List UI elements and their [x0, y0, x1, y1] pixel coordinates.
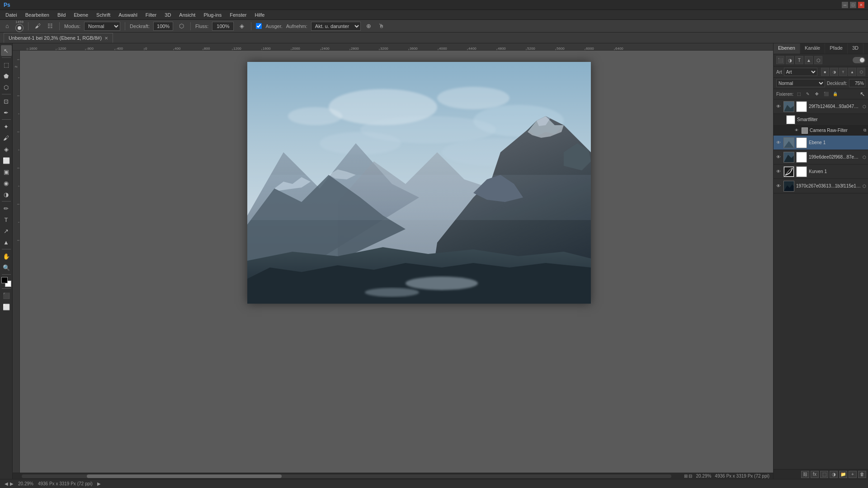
brush-icon[interactable]: 🖌	[33, 22, 42, 31]
menu-hilfe[interactable]: Hilfe	[251, 11, 268, 19]
filter-smart-icon[interactable]: ⬡	[814, 56, 822, 64]
sample-icon[interactable]: ⊕	[364, 22, 373, 31]
tool-eyedropper[interactable]: ✒	[1, 107, 12, 118]
layer-fx-btn[interactable]: fx	[811, 471, 819, 478]
menu-auswahl[interactable]: Auswahl	[115, 11, 141, 19]
tool-path[interactable]: ↗	[1, 225, 12, 236]
deckraft-input[interactable]	[153, 22, 173, 31]
menu-filter[interactable]: Filter	[142, 11, 160, 19]
tool-clone[interactable]: ◈	[1, 144, 12, 155]
layer-item-kurven[interactable]: 👁 Kurven 1	[774, 164, 868, 179]
layer-adj-btn[interactable]: ◑	[830, 471, 838, 478]
layer-eye-1[interactable]: 👁	[775, 103, 782, 110]
menu-plugins[interactable]: Plug-ins	[200, 11, 225, 19]
kind-adjust[interactable]: ◑	[830, 68, 838, 76]
preset-icon[interactable]: ☷	[46, 22, 55, 31]
kind-vector[interactable]: ▲	[848, 68, 856, 76]
tool-zoom[interactable]: 🔍	[1, 262, 12, 273]
layer-item-smartfilter[interactable]: Smartfilter	[774, 114, 868, 126]
status-nav-prev[interactable]: ◀	[5, 481, 8, 486]
tool-lasso[interactable]: ⬟	[1, 70, 12, 81]
kind-smart[interactable]: ⬡	[857, 68, 865, 76]
tool-gradient[interactable]: ▣	[1, 166, 12, 177]
blend-mode-select[interactable]: Normal	[776, 79, 825, 87]
opacity-icon[interactable]: ⬡	[177, 22, 186, 31]
lock-move-btn[interactable]: ✤	[813, 90, 821, 98]
tool-text[interactable]: T	[1, 214, 12, 225]
layer-mask-btn[interactable]: ⬚	[820, 471, 828, 478]
fluss-icon[interactable]: ◈	[237, 22, 246, 31]
canvas-scrollbar-h[interactable]: ⊞ ⊟ 20.29% 4936 Px x 3319 Px (72 ppi)	[13, 473, 773, 479]
layer-item-3[interactable]: 👁 199e6dee02f968...87ee494802d ⬡	[774, 150, 868, 164]
tab-close-icon[interactable]: ✕	[104, 36, 108, 41]
layer-eye-2[interactable]: 👁	[775, 140, 782, 146]
filter-shape-icon[interactable]: ▲	[805, 56, 813, 64]
tool-crop[interactable]: ⊡	[1, 96, 12, 107]
close-button[interactable]: ✕	[858, 2, 864, 8]
home-icon[interactable]: ⌂	[3, 22, 12, 31]
lock-brush-btn[interactable]: ✎	[804, 90, 811, 98]
aufnehm-select[interactable]: Akt. u. darunter	[311, 22, 361, 31]
layer-item-smart-obj[interactable]: 👁 29f7b124604...93a047894a.38 ⬡	[774, 99, 868, 114]
extra-icon[interactable]: 🖱	[377, 22, 386, 31]
foreground-background[interactable]	[1, 277, 11, 287]
menu-ebene[interactable]: Ebene	[70, 11, 92, 19]
tool-heal[interactable]: ✦	[1, 121, 12, 132]
layer-item-5[interactable]: 👁 1970c267e03613...1b3f115e14179 ⬡	[774, 179, 868, 193]
tab-kanaele[interactable]: Kanäle	[800, 43, 825, 54]
canvas-container[interactable]	[20, 51, 773, 473]
tool-marquee[interactable]: ⬚	[1, 59, 12, 70]
tool-brush[interactable]: 🖌	[1, 132, 12, 143]
filter-pixel-icon[interactable]: ⬛	[776, 56, 784, 64]
menu-bild[interactable]: Bild	[54, 11, 69, 19]
opacity-input[interactable]	[849, 79, 865, 87]
layer-eye-3[interactable]: 👁	[775, 154, 782, 160]
layer-eye-4[interactable]: 👁	[775, 169, 782, 175]
layer-new-btn[interactable]: +	[849, 471, 857, 478]
maximize-button[interactable]: □	[850, 2, 856, 8]
lock-all-btn[interactable]: 🔒	[831, 90, 839, 98]
tab-ebenen[interactable]: Ebenen	[774, 43, 800, 54]
tab-pfade[interactable]: Pfade	[825, 43, 848, 54]
tool-blur[interactable]: ◉	[1, 178, 12, 188]
tool-eraser[interactable]: ⬜	[1, 155, 12, 166]
menu-fenster[interactable]: Fenster	[226, 11, 250, 19]
layer-eye-cr[interactable]: 👁	[793, 127, 800, 134]
menu-3d[interactable]: 3D	[161, 11, 175, 19]
tab-3d[interactable]: 3D	[848, 43, 863, 54]
tool-quickselect[interactable]: ⬡	[1, 82, 12, 93]
tool-hand[interactable]: ✋	[1, 251, 12, 262]
filter-toggle[interactable]	[853, 57, 865, 63]
lock-artboard-btn[interactable]: ⬛	[822, 90, 830, 98]
menu-datei[interactable]: Datei	[2, 11, 21, 19]
modus-select[interactable]: Normal	[84, 22, 120, 31]
minimize-button[interactable]: ─	[842, 2, 848, 8]
filter-text-icon[interactable]: T	[795, 56, 803, 64]
layer-link-btn[interactable]: ⛓	[801, 471, 809, 478]
filter-adjust-icon[interactable]: ◑	[786, 56, 794, 64]
tool-pen[interactable]: ✏	[1, 203, 12, 214]
layer-del-btn[interactable]: 🗑	[858, 471, 866, 478]
layer-group-btn[interactable]: 📁	[839, 471, 847, 478]
layer-item-ebene1[interactable]: 👁 Ebene 1	[774, 136, 868, 150]
kind-pixel[interactable]: ■	[821, 68, 829, 76]
menu-schrift[interactable]: Schrift	[93, 11, 114, 19]
tool-move[interactable]: ↖	[1, 45, 12, 56]
tool-screenmode[interactable]: ⬜	[1, 301, 12, 312]
main-tab[interactable]: Unbenant-1 bei 20,3% (Ebene 1, RGB/8#) ✕	[4, 33, 113, 43]
lock-transparent-btn[interactable]: ⬚	[795, 90, 802, 98]
title-bar-controls[interactable]: ─ □ ✕	[842, 2, 864, 8]
ausger-checkbox[interactable]	[256, 23, 262, 29]
tool-shape[interactable]: ▲	[1, 237, 12, 248]
kind-text[interactable]: T	[839, 68, 847, 76]
status-nav-next[interactable]: ▶	[10, 481, 14, 486]
layer-item-cameraraw[interactable]: 👁 Camera Raw-Filter ⧉	[774, 126, 868, 136]
tool-dodge[interactable]: ◑	[1, 189, 12, 200]
brush-size-display[interactable]: 1459	[15, 20, 24, 32]
fluss-input[interactable]	[212, 22, 234, 31]
menu-bearbeiten[interactable]: Bearbeiten	[22, 11, 53, 19]
search-select[interactable]: Art	[784, 68, 817, 76]
menu-ansicht[interactable]: Ansicht	[175, 11, 199, 19]
layer-eye-5[interactable]: 👁	[775, 183, 782, 189]
tool-quickmask[interactable]: ⬛	[1, 290, 12, 301]
